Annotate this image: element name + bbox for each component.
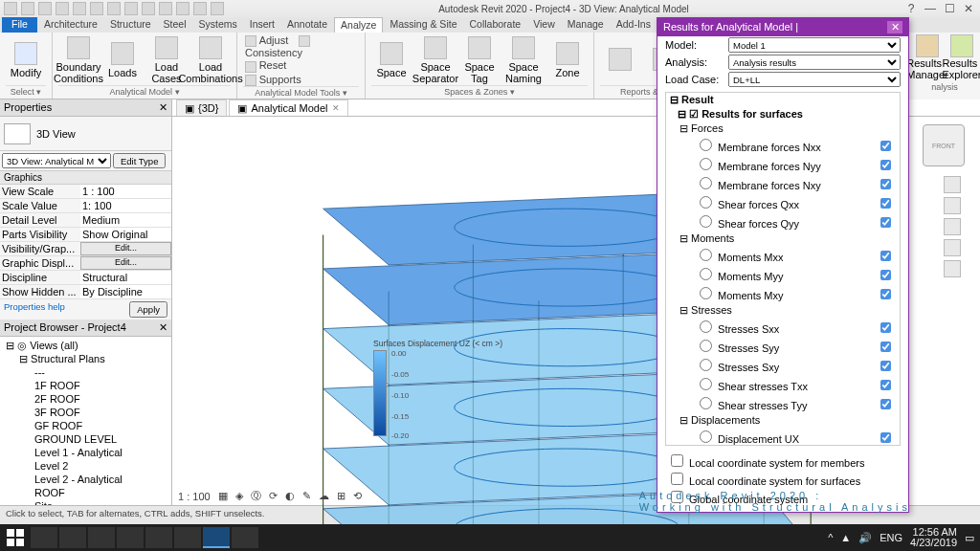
ribbon-button[interactable]: Space <box>371 42 412 78</box>
result-group[interactable]: ⊟ Stresses <box>666 303 900 318</box>
result-item[interactable]: Moments Myy <box>666 265 900 284</box>
supports-button[interactable]: Supports <box>243 74 303 86</box>
taskbar-item[interactable] <box>59 527 86 548</box>
consistency-button[interactable]: Consistency <box>245 47 302 58</box>
result-item[interactable]: Moments Mxx <box>666 246 900 265</box>
help-icon[interactable]: ? <box>903 2 919 15</box>
result-item[interactable]: Shear forces Qyy <box>666 212 900 231</box>
results-manager-button[interactable]: Results Manager <box>911 34 944 80</box>
ribbon-button[interactable]: Zone <box>547 42 588 78</box>
tree-item[interactable]: Level 1 - Analytical <box>2 446 169 459</box>
model-select[interactable]: Model 1 <box>728 37 901 53</box>
qat-icon[interactable] <box>73 2 86 15</box>
result-item[interactable]: Stresses Sxx <box>666 318 900 337</box>
result-group[interactable]: ⊟ Moments <box>666 231 900 246</box>
project-browser-tree[interactable]: ⊟ ◎ Views (all) ⊟ Structural Plans ---1F… <box>0 337 171 505</box>
menu-tab-addins[interactable]: Add-Ins <box>611 17 657 33</box>
menu-tab-massingsite[interactable]: Massing & Site <box>384 17 462 33</box>
qat-icon[interactable] <box>107 2 121 15</box>
qat-icon[interactable] <box>142 2 155 15</box>
apply-button[interactable]: Apply <box>129 301 167 318</box>
navigation-bar[interactable] <box>944 176 961 277</box>
tree-item[interactable]: GF ROOF <box>2 419 169 432</box>
view-select[interactable]: 3D View: Analytical M <box>2 153 111 168</box>
tree-item[interactable]: ROOF <box>2 486 169 499</box>
property-row[interactable]: View Scale1 : 100 <box>0 185 171 199</box>
result-item[interactable]: Shear forces Qxx <box>666 193 900 212</box>
taskbar-item[interactable] <box>232 527 258 548</box>
result-item[interactable]: Shear stresses Txx <box>666 375 900 394</box>
qat-icon[interactable] <box>56 2 69 15</box>
taskbar-item[interactable] <box>145 527 172 548</box>
result-item[interactable]: Displacement UX <box>666 428 900 446</box>
tree-item[interactable]: 2F ROOF <box>2 392 169 406</box>
property-row[interactable]: Visibility/Grap...Edit... <box>0 242 171 256</box>
menu-tab-analyze[interactable]: Analyze <box>334 17 383 33</box>
type-selector[interactable]: 3D View <box>0 117 171 151</box>
close-icon[interactable]: ✕ <box>159 101 167 114</box>
taskbar-item-revit[interactable] <box>203 527 230 548</box>
coord-system-checkbox[interactable]: Local coordinate system for surfaces <box>667 470 899 488</box>
network-icon[interactable]: ▲ <box>840 532 851 543</box>
coord-system-checkbox[interactable]: Local coordinate system for members <box>667 452 899 470</box>
tree-item[interactable]: GROUND LEVEL <box>2 432 169 446</box>
property-row[interactable]: Detail LevelMedium <box>0 213 171 228</box>
property-row[interactable]: Graphic Displ...Edit... <box>0 256 171 271</box>
menu-tab-systems[interactable]: Systems <box>193 17 243 33</box>
menu-tab-annotate[interactable]: Annotate <box>281 17 333 33</box>
result-item[interactable]: Moments Mxy <box>666 284 900 303</box>
result-item[interactable]: Membrane forces Nxy <box>666 174 900 193</box>
qat-icon[interactable] <box>21 2 34 15</box>
properties-help-link[interactable]: Properties help <box>4 301 65 318</box>
qat-icon[interactable] <box>211 2 224 15</box>
menu-tab-steel[interactable]: Steel <box>158 17 192 33</box>
close-icon[interactable]: ✕ <box>887 21 902 33</box>
chevron-up-icon[interactable]: ^ <box>828 532 833 543</box>
property-row[interactable]: Show Hidden ...By Discipline <box>0 285 171 299</box>
qat-icon[interactable] <box>124 2 138 15</box>
language-indicator[interactable]: ENG <box>880 532 902 543</box>
taskbar-item[interactable] <box>174 527 201 548</box>
ribbon-button[interactable]: SpaceTag <box>459 36 500 84</box>
close-icon[interactable]: ✕ <box>332 103 340 113</box>
result-group[interactable]: ⊟ Forces <box>666 121 900 136</box>
view-tab-analytical[interactable]: ▣Analytical Model✕ <box>229 99 347 116</box>
tree-item[interactable]: 3F ROOF <box>2 406 169 419</box>
ribbon-button[interactable]: Loads <box>102 42 143 78</box>
tree-item[interactable]: Level 2 - Analytical <box>2 473 169 486</box>
menu-tab-view[interactable]: View <box>527 17 561 33</box>
qat-icon[interactable] <box>90 2 103 15</box>
qat-icon[interactable] <box>193 2 207 15</box>
qat-icon[interactable] <box>4 2 17 15</box>
menu-tab-architecture[interactable]: Architecture <box>38 17 103 33</box>
qat-icon[interactable] <box>159 2 172 15</box>
menu-tab-collaborate[interactable]: Collaborate <box>463 17 526 33</box>
edit-type-button[interactable]: Edit Type <box>113 153 166 168</box>
taskbar-item[interactable] <box>31 527 57 548</box>
menu-tab-insert[interactable]: Insert <box>244 17 280 33</box>
notifications-icon[interactable]: ▭ <box>965 532 974 544</box>
result-item[interactable]: Stresses Syy <box>666 337 900 356</box>
tree-item[interactable]: 1F ROOF <box>2 379 169 392</box>
property-row[interactable]: Scale Value1: 100 <box>0 199 171 213</box>
ribbon-button[interactable]: SpaceSeparator <box>415 36 456 84</box>
view-control-bar[interactable]: 1 : 100▦◈Ⓠ⟳◐✎☁⊞⟲ <box>178 489 362 503</box>
system-tray[interactable]: ^ ▲ 🔊 ENG 12:56 AM4/23/2019 ▭ <box>828 527 974 548</box>
close-icon[interactable]: ✕ <box>159 321 167 334</box>
ribbon-button[interactable]: SpaceNaming <box>503 36 544 84</box>
sound-icon[interactable]: 🔊 <box>858 532 872 544</box>
qat-icon[interactable] <box>176 2 189 15</box>
start-button[interactable] <box>6 528 25 547</box>
taskbar-item[interactable] <box>117 527 144 548</box>
clock[interactable]: 12:56 AM4/23/2019 <box>910 527 957 548</box>
result-group[interactable]: ⊟ Displacements <box>666 413 900 428</box>
viewcube[interactable]: FRONT <box>923 124 965 166</box>
loadcase-select[interactable]: DL+LL <box>728 72 901 87</box>
reset-button[interactable]: Reset <box>243 59 288 72</box>
results-explorer-button[interactable]: Results Explorer <box>946 34 978 80</box>
result-item[interactable]: Shear stresses Tyy <box>666 394 900 413</box>
ribbon-button[interactable]: LoadCombinations <box>190 36 231 84</box>
menu-tab-manage[interactable]: Manage <box>562 17 610 33</box>
property-row[interactable]: Parts VisibilityShow Original <box>0 228 171 242</box>
maximize-icon[interactable]: ☐ <box>942 2 957 15</box>
